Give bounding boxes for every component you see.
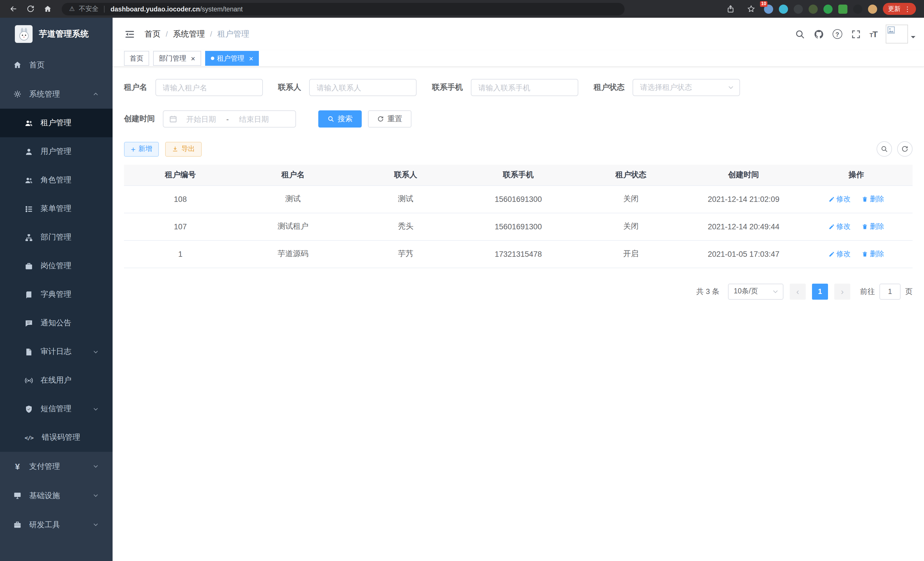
start-date-input[interactable]	[179, 115, 223, 123]
app-logo[interactable]: 芋道管理系统	[0, 18, 112, 50]
edit-label: 修改	[836, 222, 850, 231]
search-button-label: 搜索	[338, 114, 352, 124]
extension-icon[interactable]	[779, 4, 788, 14]
plus-icon: +	[131, 145, 135, 153]
user-icon	[25, 147, 33, 156]
export-button[interactable]: 导出	[165, 141, 202, 156]
sidebar-item-label: 租户管理	[40, 118, 71, 128]
sidebar-item-dict[interactable]: 字典管理	[0, 280, 112, 309]
dept-tree-icon	[25, 233, 33, 242]
github-icon[interactable]	[813, 29, 824, 39]
back-icon[interactable]	[6, 2, 21, 16]
logo-image	[15, 25, 33, 43]
sidebar-item-dept[interactable]: 部门管理	[0, 223, 112, 252]
url-text[interactable]: dashboard.yudao.iocoder.cn/system/tenant	[111, 5, 243, 12]
status-cell: 关闭	[574, 185, 687, 213]
tenant-name-cell: 测试	[237, 185, 349, 213]
edit-link[interactable]: 修改	[828, 249, 850, 259]
reset-button[interactable]: 重置	[368, 110, 411, 128]
filter-row-2: 创建时间 - 搜索 重置	[124, 110, 913, 128]
breadcrumb-item[interactable]: 首页	[145, 29, 160, 39]
filter-status: 租户状态 请选择租户状态	[594, 79, 740, 96]
edit-link[interactable]: 修改	[828, 194, 850, 204]
sidebar-item-online-user[interactable]: 在线用户	[0, 366, 112, 395]
add-button[interactable]: + 新增	[124, 141, 159, 156]
sidebar-item-role[interactable]: 角色管理	[0, 166, 112, 194]
toolbar-right	[877, 141, 913, 157]
update-button[interactable]: 更新⋮	[883, 3, 916, 15]
extension-icon[interactable]	[868, 4, 877, 14]
breadcrumb: 首页 / 系统管理 / 租户管理	[145, 29, 249, 39]
toggle-search-button[interactable]	[877, 141, 892, 157]
table-header-row: 租户编号 租户名 联系人 联系手机 租户状态 创建时间 操作	[124, 165, 913, 185]
user-avatar-menu[interactable]	[886, 25, 915, 44]
sidebar-item-infra[interactable]: 基础设施	[0, 481, 112, 510]
extension-icon[interactable]	[808, 4, 818, 14]
sidebar-item-menu[interactable]: 菜单管理	[0, 194, 112, 223]
refresh-table-button[interactable]	[897, 141, 913, 157]
edit-link[interactable]: 修改	[828, 222, 850, 231]
extension-icon[interactable]: 10	[764, 4, 773, 14]
extension-icon[interactable]	[794, 4, 803, 14]
status-select[interactable]: 请选择租户状态	[633, 79, 740, 96]
share-icon[interactable]	[723, 2, 738, 16]
sidebar-item-devtools[interactable]: 研发工具	[0, 510, 112, 539]
help-icon[interactable]: ?	[832, 29, 842, 39]
mobile-input[interactable]	[471, 79, 578, 96]
tab-dept[interactable]: 部门管理×	[153, 51, 201, 66]
reset-button-label: 重置	[387, 114, 402, 124]
sidebar-item-sms[interactable]: 短信管理	[0, 395, 112, 423]
goto-page-input[interactable]	[879, 283, 901, 299]
browser-menu-icon[interactable]: ⋮	[904, 5, 911, 12]
address-bar[interactable]: ⚠ 不安全 dashboard.yudao.iocoder.cn/system/…	[62, 3, 625, 15]
prev-page-button[interactable]: ‹	[790, 283, 806, 299]
sidebar-item-tenant[interactable]: 租户管理	[0, 109, 112, 137]
fullscreen-icon[interactable]	[850, 29, 861, 39]
tenant-name-input[interactable]	[155, 79, 262, 96]
pagination: 共 3 条 10条/页 ‹ 1 › 前往 页	[124, 283, 913, 299]
close-icon[interactable]: ×	[249, 55, 253, 62]
contact-input[interactable]	[309, 79, 417, 96]
delete-link[interactable]: 删除	[862, 194, 884, 204]
mobile-cell: 15601691300	[462, 185, 574, 213]
page-size-select[interactable]: 10条/页	[728, 283, 783, 299]
delete-link[interactable]: 删除	[862, 249, 884, 259]
sidebar-item-label: 研发工具	[29, 520, 60, 530]
tab-label: 首页	[130, 53, 143, 63]
reload-icon[interactable]	[23, 2, 38, 16]
update-label: 更新	[888, 5, 901, 13]
sidebar-item-user[interactable]: 用户管理	[0, 137, 112, 166]
active-dot	[211, 57, 214, 60]
tab-home[interactable]: 首页	[124, 51, 149, 66]
security-label[interactable]: 不安全	[79, 5, 99, 13]
contact-cell: 测试	[350, 185, 462, 213]
delete-link[interactable]: 删除	[862, 222, 884, 231]
extension-icon[interactable]	[838, 4, 848, 14]
sidebar-menu: 首页 系统管理 租户管理 用户管理 角色管理	[0, 50, 112, 539]
bookmark-star-icon[interactable]	[743, 2, 758, 16]
sidebar-item-notice[interactable]: 通知公告	[0, 309, 112, 337]
sidebar-item-home[interactable]: 首页	[0, 50, 112, 80]
font-size-icon[interactable]: TT	[869, 29, 877, 39]
tab-tenant[interactable]: 租户管理×	[205, 51, 259, 66]
sidebar-item-system[interactable]: 系统管理	[0, 80, 112, 109]
next-page-button[interactable]: ›	[834, 283, 850, 299]
filter-mobile: 联系手机	[432, 79, 578, 96]
sidebar-item-error-code[interactable]: </> 错误码管理	[0, 423, 112, 452]
collapse-sidebar-icon[interactable]	[124, 28, 135, 40]
browser-home-icon[interactable]	[40, 2, 55, 16]
close-icon[interactable]: ×	[191, 55, 195, 62]
breadcrumb-item[interactable]: 系统管理	[173, 29, 205, 39]
sidebar-item-pay[interactable]: ¥ 支付管理	[0, 452, 112, 481]
sidebar-item-post[interactable]: 岗位管理	[0, 252, 112, 280]
page-number-button[interactable]: 1	[812, 283, 828, 299]
sidebar-item-audit-log[interactable]: 审计日志	[0, 337, 112, 366]
page-unit-label: 页	[905, 286, 913, 296]
search-button[interactable]: 搜索	[318, 110, 362, 128]
header-search-icon[interactable]	[795, 29, 805, 39]
end-date-input[interactable]	[232, 115, 276, 123]
extension-icon[interactable]	[824, 4, 832, 14]
sidebar-item-label: 字典管理	[40, 289, 71, 300]
date-range-picker[interactable]: -	[163, 110, 296, 128]
extension-icon[interactable]	[853, 4, 862, 14]
